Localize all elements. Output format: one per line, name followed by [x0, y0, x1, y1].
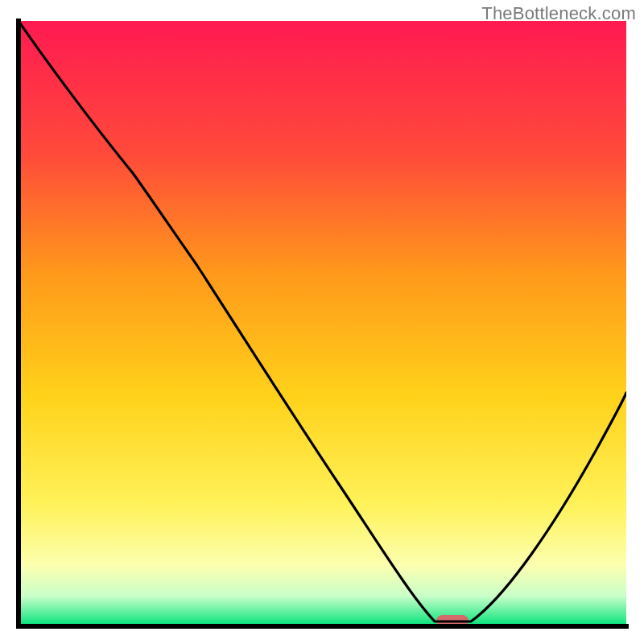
- chart-svg: [0, 0, 644, 644]
- watermark-text: TheBottleneck.com: [481, 3, 636, 24]
- plot-background: [19, 21, 626, 626]
- chart-container: TheBottleneck.com: [0, 0, 644, 644]
